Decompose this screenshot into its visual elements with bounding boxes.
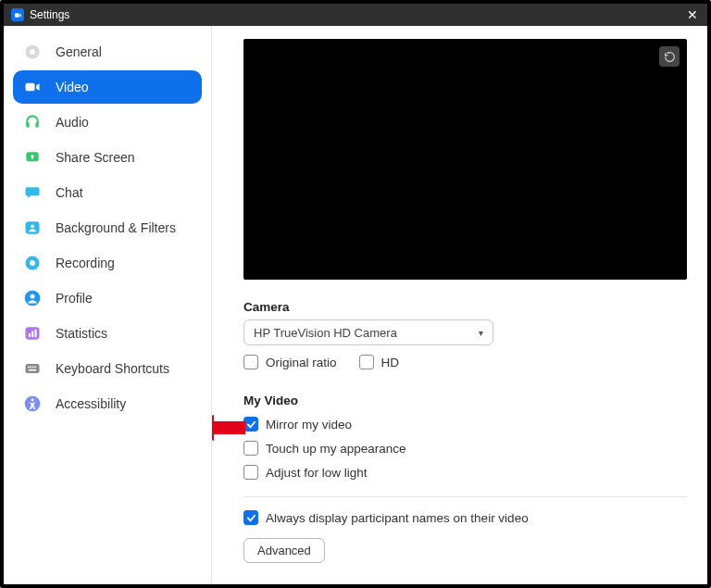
label-original-ratio: Original ratio (266, 356, 337, 369)
video-preview (243, 39, 687, 280)
camera-select-value: HP TrueVision HD Camera (254, 326, 397, 340)
sidebar-item-label: Chat (56, 185, 83, 200)
divider (243, 496, 687, 497)
accessibility-icon (22, 394, 43, 414)
svg-point-10 (30, 260, 35, 266)
svg-rect-15 (31, 332, 33, 338)
sidebar-item-label: Video (56, 80, 89, 94)
sidebar-item-profile[interactable]: Profile (13, 281, 202, 315)
sidebar-item-label: Audio (56, 115, 89, 130)
advanced-button[interactable]: Advanced (243, 538, 325, 563)
sidebar-item-label: Accessibility (56, 396, 126, 411)
svg-point-2 (30, 49, 35, 55)
sidebar-item-audio[interactable]: Audio (13, 106, 202, 139)
svg-rect-4 (26, 122, 29, 128)
label-touch-up: Touch up my appearance (266, 442, 406, 456)
annotation-arrow-icon (212, 411, 245, 444)
my-video-heading: My Video (243, 394, 687, 407)
sidebar-item-statistics[interactable]: Statistics (13, 317, 202, 350)
sidebar-item-background-filters[interactable]: Background & Filters (13, 211, 202, 244)
sidebar-item-keyboard-shortcuts[interactable]: Keyboard Shortcuts (13, 352, 202, 385)
svg-rect-19 (31, 367, 32, 369)
chat-icon (22, 182, 43, 203)
keyboard-icon (22, 358, 43, 379)
checkbox-touch-up[interactable] (243, 441, 258, 456)
svg-rect-21 (35, 367, 37, 369)
sidebar-item-label: Background & Filters (56, 220, 176, 235)
sidebar-item-chat[interactable]: Chat (13, 176, 202, 209)
svg-rect-17 (26, 364, 40, 373)
sidebar-item-label: General (56, 44, 102, 59)
sidebar-item-label: Recording (56, 256, 115, 270)
sidebar-item-label: Statistics (56, 326, 107, 341)
label-low-light: Adjust for low light (266, 466, 368, 480)
sidebar-item-label: Keyboard Shortcuts (56, 361, 169, 376)
statistics-icon (22, 323, 43, 344)
label-mirror-my-video: Mirror my video (266, 418, 352, 432)
settings-panel-video: Camera HP TrueVision HD Camera ▾ Origina… (212, 26, 707, 584)
svg-rect-3 (26, 83, 35, 91)
camera-select[interactable]: HP TrueVision HD Camera ▾ (243, 319, 493, 345)
svg-rect-18 (28, 367, 30, 369)
svg-point-8 (31, 224, 34, 228)
label-hd: HD (381, 356, 400, 369)
camera-heading: Camera (243, 300, 687, 314)
checkbox-always-display-names[interactable] (243, 510, 258, 525)
svg-point-24 (31, 398, 34, 401)
svg-rect-14 (29, 333, 31, 337)
checkbox-original-ratio[interactable] (243, 355, 258, 369)
label-always-display-names: Always display participant names on thei… (266, 511, 529, 525)
profile-icon (22, 288, 43, 308)
sidebar-item-video[interactable]: Video (13, 70, 202, 104)
svg-rect-16 (35, 330, 37, 337)
sidebar-item-accessibility[interactable]: Accessibility (13, 387, 202, 420)
video-icon (22, 77, 43, 97)
sidebar-item-general[interactable]: General (13, 35, 202, 69)
app-icon (11, 8, 24, 21)
sidebar-item-label: Share Screen (56, 150, 135, 165)
sidebar-item-label: Profile (56, 291, 93, 306)
rotate-icon[interactable] (659, 46, 680, 67)
titlebar: Settings ✕ (4, 4, 707, 26)
window-title: Settings (30, 8, 69, 21)
svg-rect-22 (29, 369, 36, 371)
checkbox-mirror-my-video[interactable] (243, 417, 258, 432)
sidebar-item-recording[interactable]: Recording (13, 246, 202, 280)
svg-marker-25 (212, 415, 245, 441)
headphone-icon (22, 112, 43, 132)
share-screen-icon (22, 147, 43, 168)
svg-rect-0 (15, 13, 19, 18)
svg-rect-5 (35, 122, 38, 128)
background-icon (22, 218, 43, 238)
recording-icon (22, 253, 43, 273)
checkbox-hd[interactable] (359, 355, 374, 369)
gear-icon (22, 42, 43, 62)
svg-point-12 (31, 294, 35, 298)
sidebar-item-share-screen[interactable]: Share Screen (13, 141, 202, 174)
close-icon[interactable]: ✕ (685, 7, 700, 22)
chevron-down-icon: ▾ (479, 328, 483, 338)
svg-rect-20 (32, 367, 34, 369)
checkbox-low-light[interactable] (243, 465, 258, 480)
sidebar: General Video Audio Share Screen (4, 26, 212, 584)
